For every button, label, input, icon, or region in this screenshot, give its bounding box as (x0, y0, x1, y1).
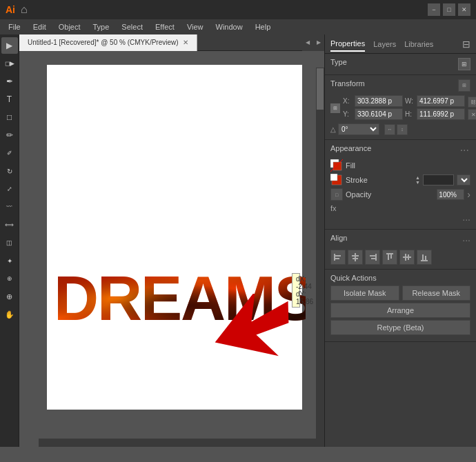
appearance-label: Appearance (330, 144, 371, 152)
panel-options-icon[interactable]: ⊟ (462, 39, 470, 50)
svg-rect-12 (335, 258, 339, 259)
tab-title: Untitled-1 [Recovered]* @ 50 % (CMYK/Pre… (28, 39, 179, 46)
align-more-icon[interactable]: ··· (462, 234, 470, 245)
align-right-button[interactable] (365, 250, 380, 265)
opacity-input[interactable] (437, 189, 464, 200)
svg-rect-24 (408, 254, 409, 260)
menu-view[interactable]: View (181, 21, 209, 32)
quick-actions-label: Quick Actions (330, 274, 377, 282)
tab-bar: Untitled-1 [Recovered]* @ 50 % (CMYK/Pre… (19, 34, 324, 51)
appearance-more: ··· (330, 214, 470, 225)
menu-effect[interactable]: Effect (150, 21, 180, 32)
pen-tool[interactable]: ✒ (1, 73, 18, 90)
arrange-button[interactable]: Arrange (330, 303, 470, 318)
menu-type[interactable]: Type (88, 21, 115, 32)
scroll-thumb[interactable] (317, 68, 324, 110)
svg-rect-15 (353, 258, 358, 259)
transform-reference-icon[interactable]: ⊞ (458, 79, 470, 92)
appearance-dots-icon[interactable]: ··· (462, 214, 470, 225)
menu-object[interactable]: Object (53, 21, 86, 32)
scroll-right-arrow[interactable]: ▶ (313, 34, 324, 51)
stroke-dropdown[interactable]: ▼ (457, 174, 470, 185)
eyedropper-tool[interactable]: ✦ (1, 252, 18, 269)
opacity-row: □ Opacity › (330, 188, 470, 201)
h-input[interactable] (417, 108, 465, 120)
y-input[interactable] (355, 108, 403, 120)
scale-tool[interactable]: ⤢ (1, 181, 18, 197)
tab-layers[interactable]: Layers (373, 37, 396, 51)
appearance-more-icon[interactable]: ··· (459, 144, 470, 157)
scroll-left-arrow[interactable]: ◀ (302, 34, 313, 51)
release-mask-button[interactable]: Release Mask (402, 285, 471, 301)
main-layout: ▶ ◻▶ ✒ T □ ✏ ✐ ↻ ⤢ 〰 ⟺ ◫ ✦ ⊕ ⊕ ✋ Untitle… (0, 34, 476, 447)
type-tool[interactable]: T (1, 91, 18, 108)
stroke-swatch[interactable] (330, 174, 343, 186)
horizontal-scrollbar[interactable] (39, 439, 316, 447)
align-bottom-button[interactable] (417, 250, 432, 265)
minimize-button[interactable]: − (428, 3, 440, 16)
angle-select[interactable]: 0° (338, 123, 379, 135)
warp-tool[interactable]: 〰 (1, 199, 18, 215)
canvas-content[interactable]: DREAMS DREAMS DREAMS DREAMS dX: -2.44 dY… (19, 51, 324, 447)
align-top-button[interactable] (382, 250, 397, 265)
retype-button[interactable]: Retype (Beta) (330, 320, 470, 335)
stroke-color-picker[interactable] (423, 174, 454, 185)
rotate-tool[interactable]: ↻ (1, 163, 18, 179)
menu-edit[interactable]: Edit (28, 21, 52, 32)
flip-h-icon[interactable]: ↔ (384, 124, 395, 135)
canvas-area[interactable]: Untitled-1 [Recovered]* @ 50 % (CMYK/Pre… (19, 34, 324, 447)
paintbrush-tool[interactable]: ✏ (1, 127, 18, 143)
fill-row: Fill (330, 159, 470, 172)
type-settings-icon[interactable]: ⊞ (458, 58, 470, 70)
y-label: Y: (343, 110, 353, 118)
zoom-tool[interactable]: ⊕ (1, 288, 18, 305)
more-transform-icon[interactable]: ✕ (468, 109, 476, 120)
menu-file[interactable]: File (3, 21, 26, 32)
close-button[interactable]: ✕ (458, 3, 470, 16)
align-center-h-button[interactable] (348, 250, 363, 265)
opacity-expand-icon[interactable]: › (467, 189, 470, 200)
x-input[interactable] (355, 95, 403, 107)
type-section: Type ⊞ (325, 54, 476, 75)
gradient-tool[interactable]: ◫ (1, 234, 18, 251)
svg-rect-22 (403, 257, 411, 258)
app-logo: Ai (6, 4, 15, 15)
menu-window[interactable]: Window (210, 21, 248, 32)
align-left-button[interactable] (330, 250, 346, 265)
selection-tool[interactable]: ▶ (1, 37, 18, 54)
vertical-scrollbar[interactable] (316, 68, 324, 447)
document-tab[interactable]: Untitled-1 [Recovered]* @ 50 % (CMYK/Pre… (19, 34, 197, 51)
width-tool[interactable]: ⟺ (1, 217, 18, 233)
home-icon[interactable]: ⌂ (21, 3, 28, 16)
pencil-tool[interactable]: ✐ (1, 145, 18, 161)
tab-close-button[interactable]: ✕ (183, 39, 188, 46)
blend-tool[interactable]: ⊕ (1, 270, 18, 287)
opacity-label: Opacity (346, 190, 434, 199)
constrain-proportions-icon[interactable]: ⛓ (468, 97, 476, 108)
stroke-stepper[interactable]: ▲ ▼ (415, 175, 420, 185)
svg-rect-14 (352, 255, 359, 257)
w-input[interactable] (417, 95, 465, 107)
isolate-mask-button[interactable]: Isolate Mask (330, 285, 399, 301)
flip-v-icon[interactable]: ↕ (397, 124, 408, 135)
tab-libraries[interactable]: Libraries (404, 37, 433, 51)
svg-rect-16 (375, 254, 377, 261)
svg-text:DREAMS: DREAMS (54, 264, 306, 333)
window-controls: − □ ✕ (428, 3, 470, 16)
direct-selection-tool[interactable]: ◻▶ (1, 55, 18, 72)
quick-actions-section: Quick Actions Isolate Mask Release Mask … (325, 270, 476, 342)
tab-properties[interactable]: Properties (330, 37, 365, 52)
hand-tool[interactable]: ✋ (1, 306, 18, 323)
transform-section: Transform ⊞ ⊞ X: W: (325, 75, 476, 140)
align-center-v-button[interactable] (399, 250, 415, 265)
maximize-button[interactable]: □ (443, 3, 455, 16)
fill-swatch[interactable] (330, 159, 343, 172)
menu-bar: File Edit Object Type Select Effect View… (0, 19, 476, 34)
svg-rect-13 (355, 253, 356, 261)
cursor-tooltip: dX: -2.44 dY: 15.86 (292, 273, 300, 308)
menu-select[interactable]: Select (116, 21, 148, 32)
shape-tool[interactable]: □ (1, 109, 18, 125)
menu-help[interactable]: Help (250, 21, 277, 32)
mask-buttons-row: Isolate Mask Release Mask (330, 285, 470, 301)
reference-point-grid[interactable]: ⊞ (330, 103, 340, 113)
